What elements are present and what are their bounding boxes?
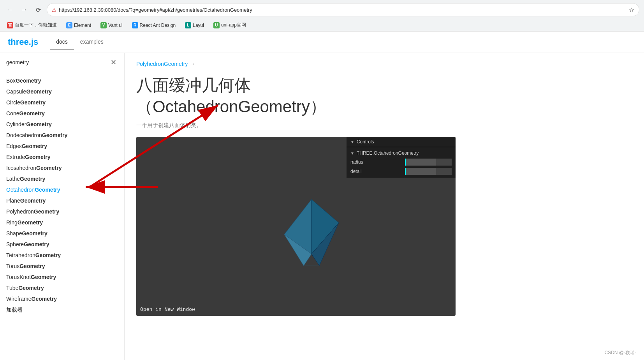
page-layout: three.js docs examples geometry ✕ BoxGeo…: [0, 32, 644, 360]
controls-section: ▼ THREE.OctahedronGeometry radius 10: [347, 147, 456, 178]
controls-header: ▼ Controls: [347, 137, 456, 147]
bookmark-vant-icon: V: [100, 22, 107, 28]
sidebar-item-17[interactable]: TorusGeometry: [0, 261, 124, 272]
sidebar-item-19[interactable]: TubeGeometry: [0, 282, 124, 293]
sidebar-item-2[interactable]: CircleGeometry: [0, 97, 124, 108]
bookmark-uniapp-icon: U: [213, 22, 220, 28]
sidebar-item-12[interactable]: PolyhedronGeometry: [0, 206, 124, 217]
sidebar-item-18[interactable]: TorusKnotGeometry: [0, 272, 124, 282]
bookmarks-bar: 百 百度一下，你就知道 E Element V Vant ui R React …: [0, 19, 644, 31]
sidebar-item-20[interactable]: WireframeGeometry: [0, 293, 124, 304]
sidebar-item-13[interactable]: RingGeometry: [0, 217, 124, 228]
sidebar-list: BoxGeometryCapsuleGeometryCircleGeometry…: [0, 72, 124, 319]
sidebar-item-3[interactable]: ConeGeometry: [0, 108, 124, 119]
sidebar-item-7[interactable]: ExtrudeGeometry: [0, 152, 124, 162]
bookmark-baidu-label: 百度一下，你就知道: [15, 22, 57, 28]
page-description: 一个用于创建八面体的类。: [136, 122, 632, 129]
page-title-line1: 八面缓冲几何体: [136, 76, 251, 94]
sidebar-item-11[interactable]: PlaneGeometry: [0, 195, 124, 206]
controls-section-collapse-icon[interactable]: ▼: [350, 151, 354, 155]
bookmark-react-icon: R: [132, 22, 138, 28]
bookmark-baidu[interactable]: 百 百度一下，你就知道: [5, 21, 59, 29]
controls-radius-value[interactable]: 10: [436, 159, 452, 166]
controls-detail-row: detail 0: [347, 167, 456, 176]
bookmark-layui-icon: L: [185, 22, 191, 28]
page-title-line2: （OctahedronGeometry）: [136, 97, 326, 116]
tab-examples[interactable]: examples: [74, 35, 110, 49]
sidebar-item-14[interactable]: ShapeGeometry: [0, 228, 124, 239]
controls-detail-label: detail: [350, 169, 405, 174]
breadcrumb-arrow-icon: →: [190, 61, 195, 67]
bookmark-layui-label: Layui: [193, 23, 204, 28]
sidebar-item-6[interactable]: EdgesGeometry: [0, 141, 124, 152]
sidebar-item-0[interactable]: BoxGeometry: [0, 75, 124, 86]
bookmark-star-icon[interactable]: ☆: [629, 6, 634, 14]
open-new-window-label: Open in New Window: [140, 306, 195, 312]
controls-section-header: ▼ THREE.OctahedronGeometry: [347, 149, 456, 157]
demo-viewer: ▼ Controls ▼ THREE.OctahedronGeometry ra…: [136, 137, 456, 316]
controls-radius-slider[interactable]: [405, 159, 436, 166]
sidebar-item-21[interactable]: 加载器: [0, 304, 124, 316]
site-logo[interactable]: three.js: [8, 37, 38, 47]
breadcrumb-text: PolyhedronGeometry: [136, 61, 188, 67]
sidebar-item-15[interactable]: SphereGeometry: [0, 239, 124, 250]
controls-collapse-icon[interactable]: ▼: [350, 140, 354, 144]
main-content: PolyhedronGeometry → 八面缓冲几何体 （Octahedron…: [125, 53, 644, 360]
sidebar-item-10[interactable]: OctahedronGeometry: [0, 184, 124, 195]
bookmark-uniapp[interactable]: U uni-app官网: [211, 21, 248, 29]
controls-radius-input-container: 10: [405, 159, 452, 166]
csdn-watermark: CSDN @-联瑞-: [604, 349, 636, 356]
bookmark-element-icon: E: [66, 22, 72, 28]
top-nav: three.js docs examples: [0, 32, 644, 53]
controls-section-title: THREE.OctahedronGeometry: [357, 150, 419, 156]
address-bar[interactable]: ⚠ https://192.168.2.39:8080/docs/?q=geom…: [47, 3, 639, 16]
bookmark-react-label: React Ant Design: [140, 23, 176, 28]
sidebar: geometry ✕ BoxGeometryCapsuleGeometryCir…: [0, 53, 125, 360]
security-icon: ⚠: [52, 7, 56, 13]
controls-detail-slider[interactable]: [405, 168, 436, 175]
sidebar-item-5[interactable]: DodecahedronGeometry: [0, 130, 124, 141]
sidebar-item-4[interactable]: CylinderGeometry: [0, 119, 124, 130]
nav-tabs: docs examples: [50, 35, 110, 49]
forward-button[interactable]: →: [19, 4, 30, 15]
bookmark-element[interactable]: E Element: [64, 21, 93, 29]
sidebar-close-button[interactable]: ✕: [109, 58, 118, 67]
page-title: 八面缓冲几何体 （OctahedronGeometry）: [136, 75, 632, 117]
bookmark-baidu-icon: 百: [7, 22, 13, 28]
url-text: https://192.168.2.39:8080/docs/?q=geomet…: [59, 7, 626, 13]
sidebar-item-8[interactable]: IcosahedronGeometry: [0, 162, 124, 173]
octahedron-shape: [273, 192, 350, 279]
back-button[interactable]: ←: [5, 4, 16, 15]
sidebar-item-16[interactable]: TetrahedronGeometry: [0, 250, 124, 261]
bookmark-layui[interactable]: L Layui: [183, 21, 206, 29]
browser-titlebar: ← → ⟳ ⚠ https://192.168.2.39:8080/docs/?…: [0, 0, 644, 19]
controls-radius-row: radius 10: [347, 157, 456, 167]
controls-detail-value[interactable]: 0: [436, 168, 452, 175]
bookmark-vant-label: Vant ui: [108, 23, 122, 28]
controls-panel: ▼ Controls ▼ THREE.OctahedronGeometry ra…: [347, 137, 456, 178]
tab-docs[interactable]: docs: [50, 35, 74, 49]
controls-radius-label: radius: [350, 159, 405, 165]
sidebar-header: geometry ✕: [0, 53, 124, 72]
sidebar-title: geometry: [6, 59, 29, 65]
bookmark-vant[interactable]: V Vant ui: [98, 21, 125, 29]
bookmark-element-label: Element: [74, 23, 91, 28]
controls-title: Controls: [357, 139, 374, 145]
bookmark-react-ant[interactable]: R React Ant Design: [130, 21, 178, 29]
sidebar-item-1[interactable]: CapsuleGeometry: [0, 86, 124, 97]
sidebar-item-9[interactable]: LatheGeometry: [0, 173, 124, 184]
content-area: geometry ✕ BoxGeometryCapsuleGeometryCir…: [0, 53, 644, 360]
breadcrumb[interactable]: PolyhedronGeometry →: [136, 61, 632, 67]
controls-detail-input-container: 0: [405, 168, 452, 175]
reload-button[interactable]: ⟳: [33, 4, 44, 15]
bookmark-uniapp-label: uni-app官网: [221, 22, 246, 28]
